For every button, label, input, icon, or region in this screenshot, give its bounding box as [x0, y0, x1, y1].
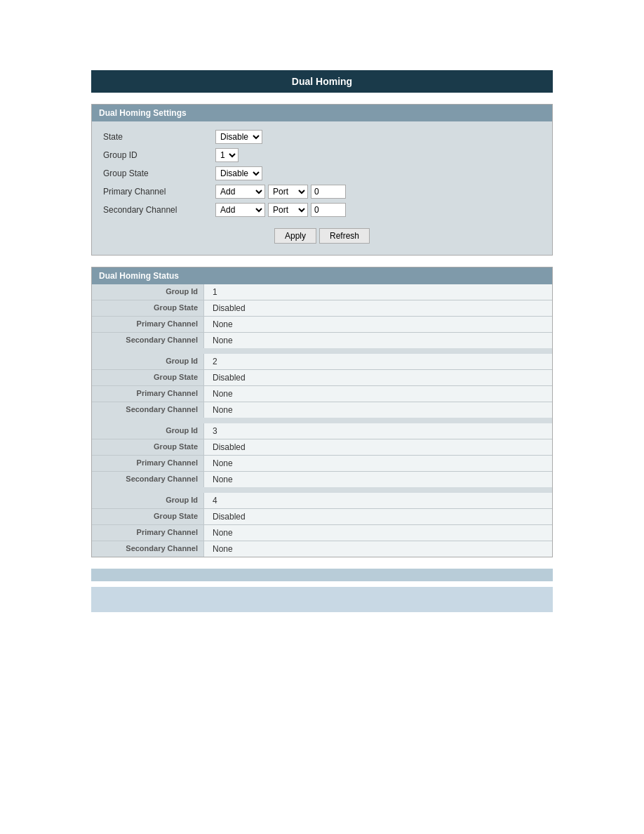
group-id-select[interactable]: 1 2 3 4: [215, 148, 239, 162]
apply-button[interactable]: Apply: [274, 228, 316, 244]
status-row: Primary ChannelNone: [92, 386, 552, 402]
status-row: Group Id2: [92, 354, 552, 370]
status-value: None: [204, 525, 552, 541]
status-group-4: Group Id4Group StateDisabledPrimary Chan…: [92, 493, 552, 557]
state-label: State: [103, 132, 215, 142]
status-row: Group Id4: [92, 493, 552, 509]
status-row: Secondary ChannelNone: [92, 402, 552, 418]
status-value: None: [204, 456, 552, 471]
button-row: Apply Refresh: [103, 228, 541, 244]
page-title: Dual Homing: [91, 70, 553, 93]
status-value: 4: [204, 493, 552, 508]
primary-channel-type-select[interactable]: Port Trunk: [268, 185, 308, 199]
status-row: Secondary ChannelNone: [92, 541, 552, 557]
refresh-button[interactable]: Refresh: [319, 228, 370, 244]
status-key: Secondary Channel: [92, 541, 204, 557]
primary-channel-label: Primary Channel: [103, 187, 215, 197]
footer-bar-1: [91, 569, 553, 581]
status-key: Primary Channel: [92, 525, 204, 541]
secondary-channel-row: Secondary Channel Add Remove Port Trunk: [103, 203, 541, 217]
status-group-2: Group Id2Group StateDisabledPrimary Chan…: [92, 354, 552, 418]
status-key: Primary Channel: [92, 317, 204, 332]
group-id-label: Group ID: [103, 150, 215, 160]
status-value: Disabled: [204, 509, 552, 524]
group-separator: [92, 348, 552, 354]
status-key: Secondary Channel: [92, 333, 204, 348]
status-row: Group StateDisabled: [92, 439, 552, 456]
status-row: Primary ChannelNone: [92, 317, 552, 333]
primary-channel-value-input[interactable]: [311, 185, 346, 199]
status-group-3: Group Id3Group StateDisabledPrimary Chan…: [92, 423, 552, 487]
status-key: Group State: [92, 439, 204, 455]
status-key: Group Id: [92, 423, 204, 439]
group-state-row: Group State Disable Enable: [103, 166, 541, 180]
status-row: Primary ChannelNone: [92, 525, 552, 541]
status-value: None: [204, 317, 552, 332]
primary-channel-action-select[interactable]: Add Remove: [215, 185, 265, 199]
status-key: Group Id: [92, 354, 204, 369]
status-section-header: Dual Homing Status: [92, 267, 552, 284]
secondary-channel-label: Secondary Channel: [103, 205, 215, 215]
group-separator: [92, 418, 552, 423]
status-value: Disabled: [204, 370, 552, 385]
settings-section-header: Dual Homing Settings: [92, 105, 552, 121]
status-key: Primary Channel: [92, 386, 204, 402]
status-key: Group State: [92, 509, 204, 524]
status-value: None: [204, 386, 552, 402]
status-row: Group Id1: [92, 284, 552, 300]
status-row: Group StateDisabled: [92, 370, 552, 386]
group-id-row: Group ID 1 2 3 4: [103, 148, 541, 162]
secondary-channel-action-select[interactable]: Add Remove: [215, 203, 265, 217]
secondary-channel-type-select[interactable]: Port Trunk: [268, 203, 308, 217]
secondary-channel-controls: Add Remove Port Trunk: [215, 203, 346, 217]
status-value: None: [204, 402, 552, 418]
status-key: Group State: [92, 370, 204, 385]
status-value: 2: [204, 354, 552, 369]
secondary-channel-value-input[interactable]: [311, 203, 346, 217]
settings-section: Dual Homing Settings State Disable Enabl…: [91, 104, 553, 256]
primary-channel-row: Primary Channel Add Remove Port Trunk: [103, 185, 541, 199]
status-row: Secondary ChannelNone: [92, 472, 552, 487]
group-state-select[interactable]: Disable Enable: [215, 166, 262, 180]
status-value: 1: [204, 284, 552, 300]
state-row: State Disable Enable: [103, 130, 541, 144]
status-row: Primary ChannelNone: [92, 456, 552, 472]
status-value: Disabled: [204, 300, 552, 316]
status-group-1: Group Id1Group StateDisabledPrimary Chan…: [92, 284, 552, 348]
state-select[interactable]: Disable Enable: [215, 130, 262, 144]
status-key: Group Id: [92, 493, 204, 508]
status-key: Secondary Channel: [92, 402, 204, 418]
status-row: Secondary ChannelNone: [92, 333, 552, 348]
status-key: Primary Channel: [92, 456, 204, 471]
primary-channel-controls: Add Remove Port Trunk: [215, 185, 346, 199]
status-row: Group Id3: [92, 423, 552, 439]
status-groups-container: Group Id1Group StateDisabledPrimary Chan…: [92, 284, 552, 557]
status-value: None: [204, 333, 552, 348]
group-separator: [92, 487, 552, 493]
footer-bar-2: [91, 587, 553, 612]
status-key: Group State: [92, 300, 204, 316]
group-state-label: Group State: [103, 168, 215, 178]
status-value: None: [204, 541, 552, 557]
status-row: Group StateDisabled: [92, 300, 552, 317]
status-key: Secondary Channel: [92, 472, 204, 487]
status-value: None: [204, 472, 552, 487]
status-key: Group Id: [92, 284, 204, 300]
status-row: Group StateDisabled: [92, 509, 552, 525]
status-value: Disabled: [204, 439, 552, 455]
status-section: Dual Homing Status Group Id1Group StateD…: [91, 267, 553, 557]
status-value: 3: [204, 423, 552, 439]
